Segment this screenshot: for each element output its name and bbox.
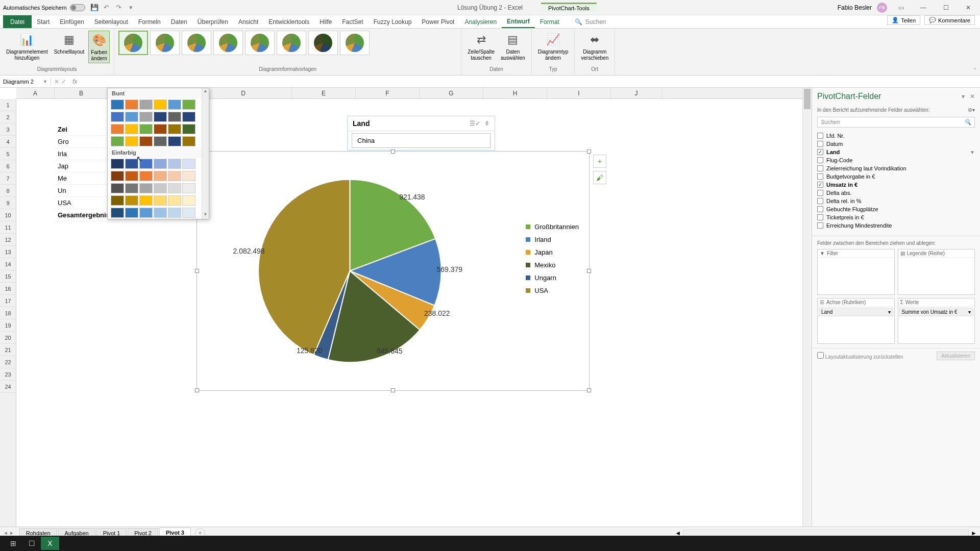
legend-item[interactable]: Japan (526, 248, 579, 256)
row-header-2[interactable]: 2 (0, 111, 16, 123)
color-swatch[interactable] (139, 208, 153, 218)
customize-qat-icon[interactable]: ▾ (127, 4, 135, 12)
color-swatch[interactable] (182, 112, 195, 122)
resize-handle[interactable] (587, 149, 591, 154)
chevron-down-icon[interactable]: ▾ (888, 309, 891, 315)
field-search[interactable]: Suchen 🔍 (817, 117, 975, 128)
multiselect-icon[interactable]: ☰✓ (470, 120, 480, 127)
tab-entwicklertools[interactable]: Entwicklertools (263, 15, 314, 28)
tab-format[interactable]: Format (535, 15, 565, 28)
row-header-13[interactable]: 13 (0, 246, 16, 258)
autosave-toggle[interactable]: Automatisches Speichern (3, 4, 85, 11)
area-filter[interactable]: ▼Filter (817, 249, 895, 295)
row-header-14[interactable]: 14 (0, 258, 16, 270)
user-avatar[interactable]: FB (877, 3, 887, 13)
field-budgetvorgabe-in-€[interactable]: Budgetvorgabe in € (817, 172, 975, 181)
row-header-9[interactable]: 9 (0, 197, 16, 209)
cell-r4-c1[interactable]: Gro (55, 136, 108, 148)
color-swatch[interactable] (154, 171, 167, 181)
color-swatch[interactable] (182, 183, 195, 193)
row-header-12[interactable]: 12 (0, 234, 16, 246)
legend-item[interactable]: USA (526, 287, 579, 294)
color-swatch[interactable] (125, 124, 138, 134)
color-swatch[interactable] (139, 183, 153, 193)
swap-row-col-button[interactable]: ⇄Zeile/Spalte tauschen (465, 31, 497, 62)
tab-analysieren[interactable]: Analysieren (459, 15, 502, 28)
resize-handle[interactable] (195, 269, 199, 273)
checkbox[interactable] (817, 133, 823, 139)
tab-start[interactable]: Start (32, 15, 55, 28)
worksheet[interactable]: ABCDEFGHIJ 12345678910111213141516171819… (0, 88, 812, 527)
row-header-17[interactable]: 17 (0, 295, 16, 307)
row-header-18[interactable]: 18 (0, 307, 16, 319)
color-swatch[interactable] (168, 112, 181, 122)
tab-daten[interactable]: Daten (166, 15, 192, 28)
excel-taskbar-icon[interactable]: X (41, 537, 59, 550)
tab-seitenlayout[interactable]: Seitenlayout (89, 15, 133, 28)
col-header-A[interactable]: A (16, 88, 55, 98)
color-swatch[interactable] (154, 99, 167, 110)
taskview-icon[interactable]: ☐ (22, 537, 41, 550)
row-header-1[interactable]: 1 (0, 99, 16, 111)
sheet-nav[interactable]: ◄► (3, 530, 14, 536)
row-header-3[interactable]: 3 (0, 123, 16, 136)
pivot-chart[interactable]: + 🖌 921.438569.379238.022845.645125.8202… (197, 151, 590, 391)
color-swatch[interactable] (182, 159, 195, 169)
row-header-16[interactable]: 16 (0, 283, 16, 295)
checkbox[interactable] (817, 149, 823, 155)
field-umsatz-in-€[interactable]: Umsatz in € (817, 181, 975, 189)
field-delta-abs.[interactable]: Delta abs. (817, 189, 975, 197)
checkbox[interactable] (817, 198, 823, 204)
legend-item[interactable]: Ungarn (526, 274, 579, 282)
add-chart-element-button[interactable]: 📊Diagrammelement hinzufügen (4, 31, 50, 62)
cell-r5-c1[interactable]: Irla (55, 148, 108, 160)
color-swatch[interactable] (168, 208, 181, 218)
color-swatch[interactable] (111, 99, 124, 110)
col-header-I[interactable]: I (547, 88, 611, 98)
color-swatch[interactable] (182, 171, 195, 181)
color-swatch[interactable] (154, 208, 167, 218)
resize-handle[interactable] (391, 149, 395, 154)
row-header-11[interactable]: 11 (0, 221, 16, 234)
color-swatch[interactable] (125, 195, 138, 206)
chevron-down-icon[interactable]: ▾ (968, 309, 971, 315)
col-header-E[interactable]: E (292, 88, 356, 98)
color-swatch[interactable] (139, 124, 153, 134)
area-values[interactable]: ΣWerteSumme von Umsatz in €▾ (898, 298, 975, 344)
change-colors-button[interactable]: 🎨Farben ändern (88, 31, 110, 63)
comments-button[interactable]: 💬Kommentare (924, 15, 975, 25)
area-axis[interactable]: ☰Achse (Rubriken)Land▾ (817, 298, 895, 344)
legend-item[interactable]: Irland (526, 236, 579, 243)
share-button[interactable]: 👤Teilen (887, 15, 920, 25)
tab-power pivot[interactable]: Power Pivot (416, 15, 459, 28)
field-land[interactable]: Land▼ (817, 148, 975, 156)
row-header-24[interactable]: 24 (0, 381, 16, 393)
color-swatch[interactable] (111, 136, 124, 146)
slicer-item[interactable]: China (352, 133, 491, 148)
field-flug-code[interactable]: Flug-Code (817, 156, 975, 164)
checkbox[interactable] (817, 165, 823, 171)
cell-r7-c1[interactable]: Me (55, 172, 108, 185)
row-header-7[interactable]: 7 (0, 172, 16, 185)
color-swatch[interactable] (111, 159, 124, 169)
field-delta-rel.-in-%[interactable]: Delta rel. in % (817, 197, 975, 205)
cell-r3-c1[interactable]: Zei (55, 123, 108, 136)
checkbox[interactable] (817, 206, 823, 212)
color-swatch[interactable] (111, 171, 124, 181)
field-gebuchte-flugplätze[interactable]: Gebuchte Flugplätze (817, 205, 975, 213)
tab-file[interactable]: Datei (3, 15, 32, 28)
pivotchart-fields-pane[interactable]: PivotChart-Felder ▾✕ In den Bericht aufz… (812, 88, 980, 527)
col-header-F[interactable]: F (356, 88, 420, 98)
area-legend[interactable]: ▤Legende (Reihe) (898, 249, 975, 295)
color-swatch[interactable] (139, 171, 153, 181)
field-ticketpreis-in-€[interactable]: Ticketpreis in € (817, 213, 975, 221)
color-swatch[interactable] (168, 195, 181, 206)
resize-handle[interactable] (587, 269, 591, 273)
move-chart-button[interactable]: ⬌Diagramm verschieben (579, 31, 610, 62)
chart-style-3[interactable] (182, 31, 211, 55)
dropdown-scrollbar[interactable]: ▲▼ (202, 88, 209, 219)
axis-item[interactable]: Land▾ (819, 308, 893, 316)
color-swatch[interactable] (139, 136, 153, 146)
slicer-land[interactable]: Land ☰✓ ⚱ China (347, 116, 495, 151)
undo-icon[interactable]: ↶ (103, 4, 111, 12)
